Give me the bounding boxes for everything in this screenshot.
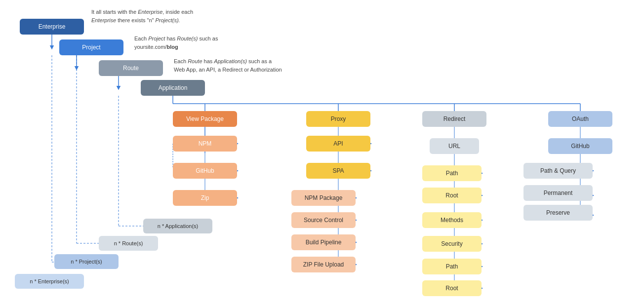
- annotation-route: Each Route has Application(s) such as aW…: [174, 57, 282, 74]
- npm-node: NPM: [173, 136, 237, 152]
- root1-node: Root: [422, 188, 482, 203]
- path2-node: Path: [422, 259, 482, 274]
- source-control-node: Source Control: [291, 212, 356, 228]
- redirect-node: Redirect: [422, 111, 486, 127]
- oauth-node: OAuth: [548, 111, 612, 127]
- path-query-node: Path & Query: [523, 163, 593, 179]
- root2-node: Root: [422, 280, 482, 296]
- n-application-node: n * Application(s): [143, 219, 212, 233]
- view-package-node: View Package: [173, 111, 237, 127]
- application-node: Application: [141, 80, 205, 96]
- n-enterprise-node: n * Enterprise(s): [15, 274, 84, 289]
- annotation-enterprise: It all starts with the Enterprise, insid…: [91, 8, 193, 24]
- enterprise-node: Enterprise: [20, 19, 84, 35]
- project-node: Project: [59, 39, 123, 55]
- api-node: API: [306, 136, 370, 152]
- spa-node: SPA: [306, 163, 370, 179]
- npm-package-node: NPM Package: [291, 190, 356, 206]
- methods-node: Methods: [422, 212, 482, 228]
- github-vp-node: GitHub: [173, 163, 237, 179]
- route-node: Route: [99, 60, 163, 76]
- n-route-node: n * Route(s): [99, 236, 158, 251]
- url-node: URL: [430, 138, 479, 154]
- permanent-node: Permanent: [523, 185, 593, 201]
- n-project-node: n * Project(s): [54, 254, 119, 269]
- zip-node: Zip: [173, 190, 237, 206]
- diagram-container: It all starts with the Enterprise, insid…: [0, 0, 644, 306]
- build-pipeline-node: Build Pipeline: [291, 234, 356, 250]
- path1-node: Path: [422, 165, 482, 181]
- zip-file-node: ZIP File Upload: [291, 257, 356, 272]
- preserve-node: Preserve: [523, 205, 593, 221]
- security-node: Security: [422, 236, 482, 252]
- github-oauth-node: GitHub: [548, 138, 612, 154]
- annotation-project: Each Project has Route(s) such asyoursit…: [134, 35, 218, 51]
- proxy-node: Proxy: [306, 111, 370, 127]
